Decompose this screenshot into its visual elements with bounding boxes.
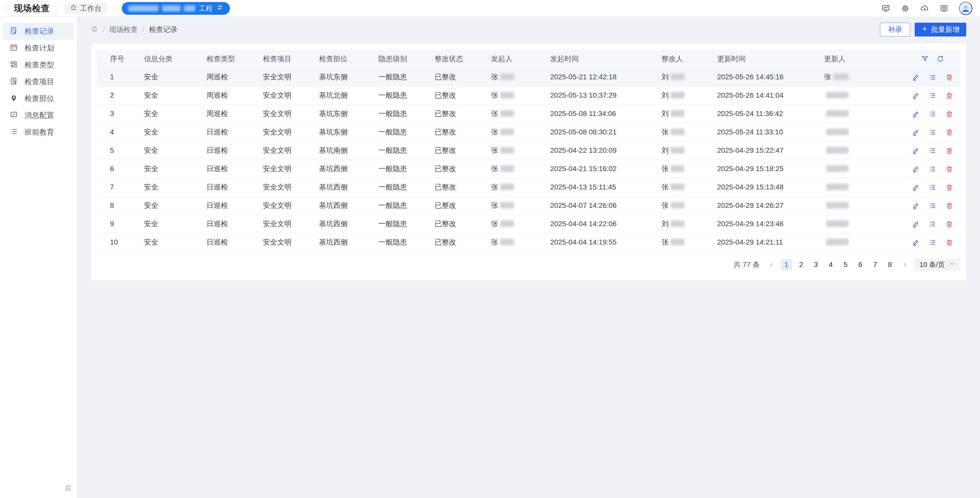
cell-initiator: 张 xyxy=(491,233,550,251)
batch-add-button[interactable]: 批量新增 xyxy=(915,23,966,36)
delete-button[interactable] xyxy=(945,202,953,209)
table-row[interactable]: 4 安全 日巡检 安全文明 基坑东侧 一般隐患 已整改 张 2025-05-08… xyxy=(97,123,960,141)
cloud-download-icon[interactable] xyxy=(920,4,929,13)
delete-button[interactable] xyxy=(945,128,953,136)
table-row[interactable]: 3 安全 周巡检 安全文明 基坑东侧 一般隐患 已整改 张 2025-05-08… xyxy=(97,105,960,123)
table-row[interactable]: 9 安全 日巡检 安全文明 基坑西侧 一般隐患 已整改 张 2025-04-04… xyxy=(97,215,960,233)
column-header: 检查部位 xyxy=(319,50,379,68)
sidebar-item-inspection-items[interactable]: 检查项目 xyxy=(3,73,74,90)
project-suffix: 工程 xyxy=(199,4,213,13)
redacted-name xyxy=(671,128,684,135)
cell-inspection-item: 安全文明 xyxy=(263,68,319,86)
detail-list-button[interactable] xyxy=(929,128,936,136)
cell-updater xyxy=(824,123,905,141)
cell-actions xyxy=(905,196,960,215)
detail-list-button[interactable] xyxy=(929,220,936,228)
detail-list-button[interactable] xyxy=(929,110,936,118)
cell-inspection-type: 日巡检 xyxy=(207,123,263,141)
detail-list-button[interactable] xyxy=(929,92,936,100)
cell-inspection-location: 基坑西侧 xyxy=(319,233,379,251)
filter-icon[interactable] xyxy=(921,55,929,63)
dashboard-chart-icon[interactable] xyxy=(881,4,891,13)
edit-button[interactable] xyxy=(912,184,920,191)
edit-button[interactable] xyxy=(912,128,920,136)
edit-button[interactable] xyxy=(912,202,920,209)
document-edit-icon xyxy=(10,27,18,36)
breadcrumb-item-inspection-records: 检查记录 xyxy=(149,25,178,35)
page-button-2[interactable]: 2 xyxy=(795,259,807,270)
cell-rectifier: 张 xyxy=(662,123,717,141)
edit-button[interactable] xyxy=(912,165,920,173)
redacted-name xyxy=(826,147,849,154)
edit-button[interactable] xyxy=(912,73,920,81)
cell-inspection-item: 安全文明 xyxy=(263,86,319,105)
page-button-6[interactable]: 6 xyxy=(855,259,866,270)
delete-button[interactable] xyxy=(945,220,953,228)
project-switcher-badge[interactable]: 工程 xyxy=(122,2,230,15)
redacted-name xyxy=(671,184,684,190)
cell-updated-time: 2025-04-29 14:23:46 xyxy=(717,215,824,233)
breadcrumb-item-site-inspection[interactable]: 现场检查 xyxy=(109,25,138,35)
cell-inspection-location: 基坑西侧 xyxy=(319,178,379,196)
cell-hazard-level: 一般隐患 xyxy=(379,141,434,160)
cell-rectify-status: 已整改 xyxy=(434,86,491,105)
delete-button[interactable] xyxy=(945,165,953,173)
detail-list-button[interactable] xyxy=(929,73,936,81)
page-button-7[interactable]: 7 xyxy=(870,259,881,270)
page-button-8[interactable]: 8 xyxy=(884,259,896,270)
edit-button[interactable] xyxy=(912,147,920,154)
prev-page-button[interactable] xyxy=(766,259,777,270)
page-size-select[interactable]: 10 条/页 xyxy=(914,258,959,271)
edit-button[interactable] xyxy=(912,92,920,100)
cell-rectifier: 张 xyxy=(662,233,717,251)
detail-list-button[interactable] xyxy=(929,202,936,209)
cell-rectify-status: 已整改 xyxy=(434,215,491,233)
delete-button[interactable] xyxy=(945,147,953,154)
sidebar-item-message-config[interactable]: 消息配置 xyxy=(3,107,74,124)
page-button-3[interactable]: 3 xyxy=(810,259,821,270)
sidebar-item-inspection-plans[interactable]: 检查计划 xyxy=(3,40,74,57)
table-row[interactable]: 2 安全 周巡检 安全文明 基坑北侧 一般隐患 已整改 张 2025-05-13… xyxy=(97,86,960,105)
sidebar-item-inspection-records[interactable]: 检查记录 xyxy=(3,23,74,40)
column-header: 整改人 xyxy=(662,50,717,68)
edit-button[interactable] xyxy=(912,220,920,228)
settings-gear-icon[interactable] xyxy=(901,4,910,13)
page-button-1[interactable]: 1 xyxy=(781,259,792,270)
page-button-5[interactable]: 5 xyxy=(840,259,851,270)
table-row[interactable]: 6 安全 日巡检 安全文明 基坑西侧 一般隐患 已整改 张 2025-04-21… xyxy=(97,160,960,178)
edit-button[interactable] xyxy=(912,239,920,246)
sidebar-item-pre-shift-education[interactable]: 班前教育 xyxy=(3,124,74,141)
docs-book-icon[interactable] xyxy=(940,4,949,13)
page-button-4[interactable]: 4 xyxy=(825,259,836,270)
table-row[interactable]: 1 安全 周巡检 安全文明 基坑东侧 一般隐患 已整改 张 2025-05-21… xyxy=(97,68,960,86)
redacted-name xyxy=(671,147,684,154)
redacted-name xyxy=(671,220,684,227)
workbench-button[interactable]: 工作台 xyxy=(64,3,107,14)
sidebar-item-inspection-types[interactable]: 检查类型 xyxy=(3,57,74,73)
sidebar-item-label: 检查项目 xyxy=(24,77,54,87)
cell-hazard-level: 一般隐患 xyxy=(379,68,434,86)
detail-list-button[interactable] xyxy=(929,147,936,154)
cell-initiator: 张 xyxy=(491,68,550,86)
supplement-entry-button[interactable]: 补录 xyxy=(880,23,910,36)
detail-list-button[interactable] xyxy=(929,184,936,191)
collapse-sidebar-button[interactable] xyxy=(63,483,73,493)
delete-button[interactable] xyxy=(945,73,953,81)
refresh-icon[interactable] xyxy=(936,55,944,63)
detail-list-button[interactable] xyxy=(929,239,936,246)
user-avatar[interactable] xyxy=(959,2,972,15)
delete-button[interactable] xyxy=(945,92,953,100)
next-page-button[interactable] xyxy=(899,259,910,270)
cell-category: 安全 xyxy=(144,215,207,233)
detail-list-button[interactable] xyxy=(929,165,936,173)
delete-button[interactable] xyxy=(945,184,953,191)
home-icon[interactable] xyxy=(91,25,98,34)
sidebar-item-inspection-locations[interactable]: 检查部位 xyxy=(3,90,74,107)
delete-button[interactable] xyxy=(945,110,953,118)
table-row[interactable]: 5 安全 日巡检 安全文明 基坑南侧 一般隐患 已整改 张 2025-04-22… xyxy=(97,141,960,160)
table-row[interactable]: 8 安全 日巡检 安全文明 基坑西侧 一般隐患 已整改 张 2025-04-07… xyxy=(97,196,960,215)
edit-button[interactable] xyxy=(912,110,920,118)
table-row[interactable]: 10 安全 日巡检 安全文明 基坑西侧 一般隐患 已整改 张 2025-04-0… xyxy=(97,233,960,251)
delete-button[interactable] xyxy=(945,239,953,246)
table-row[interactable]: 7 安全 日巡检 安全文明 基坑西侧 一般隐患 已整改 张 2025-04-13… xyxy=(97,178,960,196)
